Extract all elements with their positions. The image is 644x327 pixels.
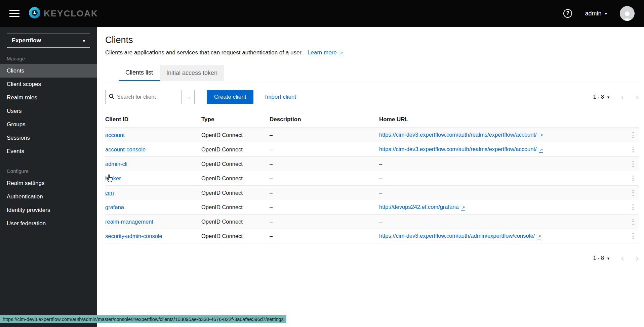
- sidebar-item-users[interactable]: Users: [0, 104, 97, 118]
- pagination-bottom: 1 - 8 ▾ ‹ ›: [105, 253, 639, 263]
- table-row: grafana OpenID Connect – http://devops24…: [105, 200, 639, 215]
- tab-clients-list[interactable]: Clients list: [119, 65, 160, 81]
- sidebar-item-realm-settings[interactable]: Realm settings: [0, 177, 97, 190]
- chevron-down-icon: ▾: [83, 38, 85, 43]
- table-row: account-console OpenID Connect – https:/…: [105, 142, 639, 157]
- search-icon: [109, 94, 114, 100]
- home-url-link[interactable]: –: [379, 219, 382, 225]
- avatar[interactable]: [620, 6, 635, 21]
- sidebar-item-identity-providers[interactable]: Identity providers: [0, 203, 97, 217]
- client-description-cell: –: [270, 128, 379, 142]
- client-type-cell: OpenID Connect: [201, 142, 270, 157]
- client-id-link[interactable]: realm-management: [105, 219, 153, 225]
- column-header-description: Description: [270, 111, 379, 128]
- status-bar-url: https://cim-dev3.expertflow.com/auth/adm…: [0, 315, 286, 323]
- home-url-link[interactable]: –: [379, 161, 382, 167]
- kebab-menu-icon[interactable]: ⋮: [630, 175, 637, 182]
- section-label-manage: Manage: [0, 56, 97, 61]
- page-title: Clients: [105, 35, 639, 45]
- client-id-link[interactable]: grafana: [105, 204, 124, 210]
- section-label-configure: Configure: [0, 168, 97, 174]
- create-client-button[interactable]: Create client: [207, 90, 253, 104]
- pagination-range-toggle[interactable]: 1 - 8 ▾: [593, 255, 610, 261]
- help-icon[interactable]: ?: [563, 9, 572, 18]
- home-url-link[interactable]: https://cim-dev3.expertflow.com/auth/rea…: [379, 146, 543, 152]
- home-url-link[interactable]: –: [379, 190, 382, 196]
- sidebar-item-events[interactable]: Events: [0, 145, 97, 158]
- user-menu-label: admin: [585, 10, 601, 17]
- client-description-cell: –: [270, 171, 379, 186]
- kebab-menu-icon[interactable]: ⋮: [630, 160, 637, 167]
- search-submit-button[interactable]: →: [181, 90, 195, 104]
- hamburger-menu-button[interactable]: [9, 10, 19, 17]
- client-id-link[interactable]: broker: [105, 175, 121, 181]
- client-id-link[interactable]: admin-cli: [105, 161, 127, 167]
- table-row: security-admin-console OpenID Connect – …: [105, 229, 639, 243]
- chevron-down-icon: ▾: [605, 11, 607, 16]
- home-url-link[interactable]: https://cim-dev3.expertflow.com/auth/adm…: [379, 233, 541, 239]
- client-description-cell: –: [270, 157, 379, 171]
- tab-bar: Clients list Initial access token: [105, 65, 639, 81]
- kebab-menu-icon[interactable]: ⋮: [630, 232, 637, 239]
- kebab-menu-icon[interactable]: ⋮: [630, 146, 637, 153]
- client-id-link[interactable]: security-admin-console: [105, 233, 162, 239]
- previous-page-icon[interactable]: ‹: [621, 92, 624, 102]
- kebab-menu-icon[interactable]: ⋮: [630, 189, 637, 196]
- sidebar-item-user-federation[interactable]: User federation: [0, 217, 97, 230]
- main-content: Clients Clients are applications and ser…: [97, 27, 644, 327]
- kebab-menu-icon[interactable]: ⋮: [630, 131, 637, 138]
- client-type-cell: OpenID Connect: [201, 200, 270, 215]
- column-header-home-url: Home URL: [379, 111, 622, 128]
- sidebar-item-realm-roles[interactable]: Realm roles: [0, 91, 97, 104]
- pagination-range-label: 1 - 8: [593, 94, 604, 100]
- client-description-cell: –: [270, 200, 379, 215]
- next-page-icon[interactable]: ›: [636, 92, 639, 102]
- sidebar-item-groups[interactable]: Groups: [0, 118, 97, 131]
- pagination-range-toggle[interactable]: 1 - 8 ▾: [593, 94, 610, 100]
- sidebar-item-client-scopes[interactable]: Client scopes: [0, 78, 97, 91]
- table-row: broker OpenID Connect – – ⋮: [105, 171, 639, 186]
- brand-wordmark: KEYCLOAK: [44, 8, 98, 19]
- kebab-menu-icon[interactable]: ⋮: [630, 218, 637, 225]
- sidebar-item-authentication[interactable]: Authentication: [0, 190, 97, 203]
- sidebar-item-sessions[interactable]: Sessions: [0, 131, 97, 145]
- sidebar-section-manage: Manage Clients Client scopes Realm roles…: [0, 56, 97, 158]
- tab-initial-access-token[interactable]: Initial access token: [160, 65, 224, 81]
- clients-table: Client ID Type Description Home URL acco…: [105, 111, 639, 243]
- pagination-range-label: 1 - 8: [593, 255, 604, 261]
- chevron-down-icon: ▾: [607, 95, 610, 100]
- table-header-row: Client ID Type Description Home URL: [105, 111, 639, 128]
- learn-more-link[interactable]: Learn more: [308, 49, 343, 56]
- search-input[interactable]: [117, 94, 178, 100]
- previous-page-icon[interactable]: ‹: [621, 253, 624, 263]
- client-type-cell: OpenID Connect: [201, 157, 270, 171]
- table-row: account OpenID Connect – https://cim-dev…: [105, 128, 639, 142]
- sidebar-item-clients[interactable]: Clients: [0, 64, 97, 78]
- client-id-link[interactable]: account: [105, 132, 125, 138]
- realm-selector-label: Expertflow: [12, 37, 41, 44]
- pagination-top: 1 - 8 ▾ ‹ ›: [593, 92, 639, 102]
- home-url-link[interactable]: –: [379, 175, 382, 181]
- kebab-menu-icon[interactable]: ⋮: [630, 203, 637, 211]
- client-type-cell: OpenID Connect: [201, 186, 270, 200]
- home-url-link[interactable]: https://cim-dev3.expertflow.com/auth/rea…: [379, 132, 543, 138]
- sidebar: Expertflow ▾ Manage Clients Client scope…: [0, 27, 97, 327]
- client-id-link[interactable]: account-console: [105, 146, 146, 152]
- chevron-down-icon: ▾: [607, 256, 610, 261]
- home-url-link[interactable]: http://devops242.ef.com/grafana: [379, 204, 465, 210]
- sidebar-section-configure: Configure Realm settings Authentication …: [0, 168, 97, 230]
- client-type-cell: OpenID Connect: [201, 215, 270, 229]
- client-type-cell: OpenID Connect: [201, 128, 270, 142]
- column-header-type: Type: [201, 111, 270, 128]
- next-page-icon[interactable]: ›: [636, 253, 639, 263]
- table-row: realm-management OpenID Connect – – ⋮: [105, 215, 639, 229]
- toolbar: → Create client Import client 1 - 8 ▾ ‹ …: [105, 90, 639, 104]
- page-subtitle: Clients are applications and services th…: [105, 49, 303, 56]
- user-menu-toggle[interactable]: admin ▾: [585, 10, 607, 17]
- client-type-cell: OpenID Connect: [201, 229, 270, 243]
- realm-selector[interactable]: Expertflow ▾: [7, 34, 90, 48]
- import-client-link[interactable]: Import client: [265, 94, 296, 100]
- client-description-cell: –: [270, 186, 379, 200]
- client-type-cell: OpenID Connect: [201, 171, 270, 186]
- client-id-link[interactable]: cim: [105, 190, 114, 196]
